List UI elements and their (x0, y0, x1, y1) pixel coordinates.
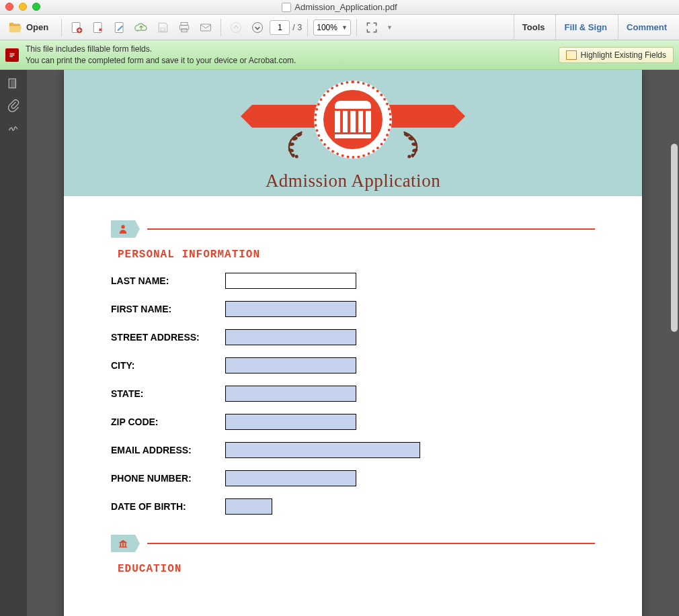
field-label: ZIP CODE: (111, 416, 225, 427)
info-line-2: You can print the completed form and sav… (26, 55, 559, 66)
svg-rect-7 (182, 28, 187, 32)
svg-rect-32 (125, 543, 126, 546)
section-title-personal: PERSONAL INFORMATION (118, 249, 595, 261)
banner: Admission Application (64, 70, 642, 196)
svg-rect-5 (181, 22, 188, 25)
traffic-lights (5, 3, 40, 11)
svg-point-22 (295, 155, 298, 159)
form-input[interactable] (225, 442, 420, 458)
section-title-education: EDUCATION (118, 563, 595, 575)
open-button-label: Open (26, 22, 48, 32)
form-input[interactable] (225, 470, 356, 486)
form-info-band: This file includes fillable form fields.… (0, 40, 679, 70)
zoom-select[interactable]: 100% ▼ (313, 19, 351, 36)
field-label: STREET ADDRESS: (111, 332, 225, 343)
field-row: STREET ADDRESS: (111, 329, 595, 345)
field-label: FIRST NAME: (111, 304, 225, 314)
svg-rect-6 (180, 25, 189, 30)
svg-point-9 (231, 22, 241, 32)
field-row: FIRST NAME: (111, 301, 595, 317)
page-sep: / (292, 23, 294, 32)
window-title: Admission_Application.pdf (294, 2, 397, 12)
svg-rect-13 (10, 54, 15, 55)
form-input[interactable] (225, 301, 356, 317)
save-icon[interactable] (153, 18, 172, 37)
svg-rect-4 (161, 28, 165, 30)
form-input[interactable] (225, 329, 356, 345)
form-input[interactable] (225, 386, 356, 402)
form-input[interactable] (225, 273, 356, 289)
svg-rect-16 (11, 80, 16, 88)
create-pdf-icon[interactable] (67, 18, 86, 37)
form-input[interactable] (225, 357, 356, 373)
open-button[interactable]: Open (4, 17, 56, 38)
pdf-page: Admission Application PERSONAL INFORMATI… (64, 70, 642, 616)
chevron-down-icon: ▼ (342, 24, 348, 31)
chevron-down-icon[interactable]: ▼ (387, 24, 393, 31)
mail-icon[interactable] (196, 18, 215, 37)
side-rail (0, 70, 27, 616)
page-down-icon[interactable] (248, 18, 267, 37)
field-row: EMAIL ADDRESS: (111, 442, 595, 458)
thumbnails-icon[interactable] (6, 77, 21, 91)
minimize-window-button[interactable] (19, 3, 27, 11)
form-input[interactable] (225, 414, 356, 430)
field-row: LAST NAME: (111, 273, 595, 289)
window-titlebar: Admission_Application.pdf (0, 0, 679, 15)
highlight-icon (566, 50, 577, 60)
field-label: LAST NAME: (111, 275, 225, 286)
upload-icon[interactable] (132, 18, 151, 37)
workspace: Admission Application PERSONAL INFORMATI… (0, 70, 679, 616)
close-window-button[interactable] (5, 3, 13, 11)
comment-button[interactable]: Comment (618, 15, 675, 40)
tools-button[interactable]: Tools (514, 15, 553, 40)
info-line-1: This file includes fillable form fields. (26, 44, 559, 54)
svg-point-27 (411, 154, 414, 157)
zoom-value: 100% (317, 23, 337, 32)
convert-pdf-icon[interactable] (89, 18, 108, 37)
highlight-fields-label: Highlight Existing Fields (581, 50, 666, 60)
field-row: STATE: (111, 386, 595, 402)
svg-rect-12 (10, 53, 15, 54)
svg-rect-2 (94, 22, 102, 32)
svg-rect-14 (10, 56, 13, 56)
emblem-icon (314, 81, 392, 159)
svg-rect-31 (122, 543, 124, 546)
person-icon (111, 220, 135, 238)
svg-point-28 (407, 155, 411, 159)
field-label: STATE: (111, 388, 225, 399)
main-toolbar: Open / 3 100% ▼ ▼ Tools (0, 15, 679, 40)
form-input[interactable] (225, 498, 272, 515)
section-header-personal (111, 220, 595, 238)
maximize-window-button[interactable] (32, 3, 40, 11)
svg-rect-8 (201, 24, 211, 31)
page-number-controls: / 3 (270, 20, 302, 35)
print-icon[interactable] (175, 18, 194, 37)
field-label: EMAIL ADDRESS: (111, 445, 225, 455)
section-header-education (111, 535, 595, 552)
signatures-icon[interactable] (6, 120, 21, 134)
svg-point-10 (253, 22, 263, 32)
field-label: PHONE NUMBER: (111, 473, 225, 484)
fill-sign-button[interactable]: Fill & Sign (555, 15, 615, 40)
banner-title: Admission Application (266, 171, 440, 191)
svg-point-29 (121, 225, 124, 228)
page-up-icon[interactable] (227, 18, 245, 37)
highlight-fields-button[interactable]: Highlight Existing Fields (559, 47, 674, 63)
fit-window-icon[interactable] (362, 18, 381, 37)
field-row: ZIP CODE: (111, 414, 595, 430)
page-current-input[interactable] (270, 20, 290, 35)
pdf-viewer[interactable]: Admission Application PERSONAL INFORMATI… (27, 70, 679, 616)
vertical-scrollbar[interactable] (671, 144, 678, 332)
svg-point-21 (292, 154, 295, 157)
field-label: CITY: (111, 360, 225, 371)
building-icon (111, 535, 135, 552)
pdf-form-icon (5, 48, 19, 62)
form-area: PERSONAL INFORMATION LAST NAME:FIRST NAM… (64, 196, 642, 601)
edit-pdf-icon[interactable] (110, 18, 129, 37)
field-row: DATE OF BIRTH: (111, 498, 595, 515)
field-row: PHONE NUMBER: (111, 470, 595, 486)
attachments-icon[interactable] (6, 98, 21, 113)
field-row: CITY: (111, 357, 595, 373)
page-total: 3 (298, 23, 303, 32)
